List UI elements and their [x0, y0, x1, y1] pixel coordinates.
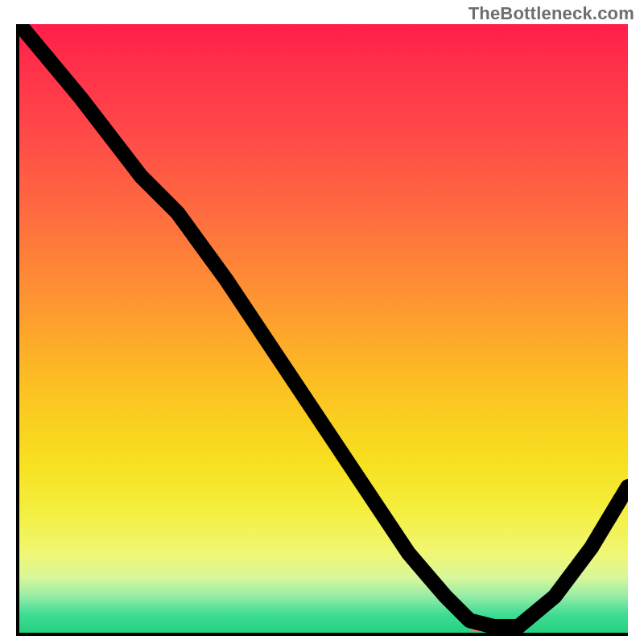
- chart-root: TheBottleneck.com: [0, 0, 644, 644]
- y-axis: [16, 24, 19, 636]
- bottleneck-curve-path: [19, 24, 628, 626]
- curve-svg: [19, 24, 628, 633]
- plot-area: [16, 24, 628, 636]
- x-axis: [16, 633, 628, 636]
- watermark-text: TheBottleneck.com: [469, 3, 634, 24]
